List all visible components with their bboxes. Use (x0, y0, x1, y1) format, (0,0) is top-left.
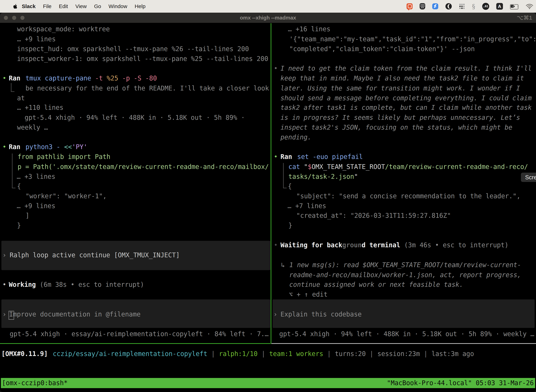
message-line: continue assigned work or next feasible … (0, 280, 536, 289)
pane-divider[interactable] (271, 23, 271, 344)
ralph-status-line: ›Ralph loop active continue [OMX_TMUX_IN… (0, 250, 536, 260)
crescent-app-icon[interactable] (445, 3, 452, 10)
right-pane-border (271, 343, 536, 344)
tree-guide (11, 83, 11, 92)
menu-item-help[interactable]: Help (135, 3, 146, 9)
chat-app-icon[interactable] (407, 3, 412, 9)
thinking-line: inspect task2's JSON, focusing on the st… (0, 122, 536, 132)
ran-command-line: •Ranset -euo pipefail (0, 152, 536, 162)
menu-item-file[interactable]: File (43, 3, 51, 9)
ran-command-line: •Ranpython3 - <<'PY' (0, 142, 536, 152)
code-line: cat "$OMX_TEAM_STATE_ROOT/team/review-cu… (0, 162, 536, 172)
thinking-line: pending. (0, 132, 536, 142)
menu-item-window[interactable]: Window (109, 3, 127, 9)
text-cursor (9, 311, 14, 320)
menu-bar: Slack File Edit View Go Window Help § .. (0, 0, 536, 13)
wifi-icon[interactable] (526, 4, 533, 9)
menu-app-name[interactable]: Slack (22, 3, 36, 9)
tree-guide (283, 188, 287, 188)
badge-61-icon[interactable]: ..61 (482, 3, 489, 10)
tmux-session-label: [omx-cczip0:bash* (2, 378, 68, 388)
tmux-host-clock: "MacBook-Pro-44.local" 05:03 31-Mar-26 (387, 378, 534, 388)
window-shortcut: ⌥⌘1 (517, 13, 532, 23)
thinking-line: •I need to get the claim token from the … (0, 63, 536, 73)
output-line: "subject": "send a concise recommendatio… (0, 191, 536, 201)
prompt-input-line: ›Explain this codebase (0, 309, 536, 319)
output-line: "created_at": "2026-03-31T11:59:27.816Z" (0, 210, 536, 221)
message-line: ↳1 new msg(s): read $OMX_TEAM_STATE_ROOT… (0, 260, 536, 270)
output-line: … +16 lines (0, 24, 536, 34)
screen: Slack File Edit View Go Window Help § .. (0, 0, 536, 392)
squiggle-icon[interactable]: § (472, 3, 475, 10)
title-bar: omx --xhigh --madmax ⌥⌘1 (0, 13, 536, 23)
message-line: readme-and-reco/mailbox/worker-1.json, a… (0, 270, 536, 280)
shield-grid-icon[interactable] (420, 3, 425, 9)
output-line: … +7 lines (0, 201, 536, 211)
tmux-status-bar: [omx-cczip0:bash* "MacBook-Pro-44.local"… (1, 378, 535, 388)
thinking-line: keep that in mind. Maybe I also need the… (0, 73, 536, 83)
output-line: '{"team_name":"my-team","task_id":"1","f… (0, 34, 536, 44)
thinking-line: is in progress? It seems likely but perh… (0, 112, 536, 123)
letter-a-app-icon[interactable]: A (496, 3, 503, 10)
dots-grid-icon[interactable] (459, 3, 465, 9)
menu-item-go[interactable]: Go (94, 3, 101, 9)
thinking-line: later. Using the same for transition mig… (0, 83, 536, 93)
tooltip: Scre (521, 173, 536, 182)
model-status-line: gpt-5.4 xhigh · 94% left · 488K in · 5.1… (0, 329, 536, 339)
tree-guide (12, 188, 15, 188)
menu-item-view[interactable]: View (75, 3, 86, 9)
tree-guide (283, 163, 284, 188)
waiting-status-line: •Waiting for background terminal (3m 46s… (0, 240, 536, 250)
output-line: } (0, 220, 536, 230)
output-line: "completed","claim_token":"claim-token"}… (0, 44, 536, 54)
output-line: inspect_worker-1: omx sparkshell --tmux-… (0, 54, 536, 64)
tree-guide (11, 91, 14, 92)
lightning-app-icon[interactable] (432, 3, 438, 9)
thinking-line: task2 after task1 is complete, but can I… (0, 103, 536, 112)
code-line: tasks/task-2.json" (0, 172, 536, 182)
left-pane-border (0, 343, 271, 344)
menu-item-edit[interactable]: Edit (59, 3, 68, 9)
output-line: { (0, 181, 536, 191)
tree-guide (12, 154, 13, 188)
edit-hint-line: ⌥ + ↑ edit (0, 289, 536, 299)
battery-charging-icon[interactable] (510, 4, 519, 9)
window-title: omx --xhigh --madmax (0, 13, 536, 23)
thinking-line: should send a message before completing … (0, 93, 536, 103)
apple-logo-icon[interactable] (12, 3, 18, 10)
status-icons: § ..61 A (407, 0, 533, 13)
session-status-line: [OMX#0.11.9]cczip/essay/ai-reimplementat… (0, 349, 536, 359)
